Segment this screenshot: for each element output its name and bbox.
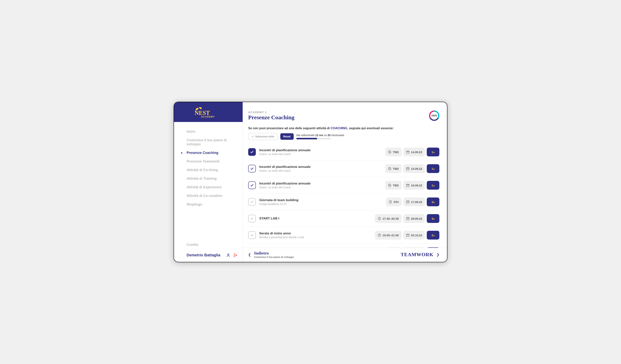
calendar-icon <box>406 184 410 187</box>
page-title: Presenze Coaching <box>248 114 294 121</box>
nav-item-0[interactable]: Inizio <box>174 127 243 136</box>
selection-info: Hai selezionato 12 ore su 20 necessarie <box>296 134 344 139</box>
check-icon <box>250 183 254 187</box>
activity-checkbox[interactable] <box>248 181 256 189</box>
activity-subtitle: Brindisi e presentazione attività e club <box>259 236 372 239</box>
progress-ring: 100% <box>429 110 439 121</box>
back-title: Indietro <box>254 251 294 256</box>
time-badge: TBD <box>385 181 401 190</box>
activity-checkbox[interactable] <box>248 215 256 222</box>
time-badge: 19:00–21:00 <box>375 231 401 240</box>
progress-bar <box>296 138 331 139</box>
activity-row: Serata di inizio annoBrindisi e presenta… <box>248 227 439 243</box>
footer-back[interactable]: ❮ Indietro Costruisci il tuo piano di sv… <box>248 251 294 259</box>
date-badge: 14.09.22 <box>403 148 425 156</box>
activity-title: START LAB I <box>259 217 372 220</box>
check-icon <box>250 150 254 154</box>
duration-badge: 1ʜ <box>427 181 439 190</box>
nav-item-5[interactable]: Attività di Training <box>174 174 243 183</box>
user-bar: Demetrio Battaglia <box>174 249 243 262</box>
svg-line-16 <box>389 184 391 186</box>
logo-box: NEST ACADEMY <box>174 102 243 122</box>
logo-nest-academy: NEST ACADEMY <box>192 105 225 119</box>
check-icon <box>250 200 254 204</box>
select-all-button[interactable]: Seleziona tutto <box>248 133 278 140</box>
credits-link[interactable]: Credits <box>174 241 243 249</box>
activity-row: Incontri di pianificazione annualeOrario… <box>248 160 439 177</box>
next-title: TEAMWORK <box>401 252 433 258</box>
footer-nav: ❮ Indietro Costruisci il tuo piano di sv… <box>243 248 447 262</box>
svg-rect-27 <box>406 218 409 220</box>
svg-rect-17 <box>406 184 409 187</box>
svg-rect-22 <box>406 201 409 203</box>
check-icon <box>250 233 254 237</box>
content-scroll: Se non puoi presenziare ad una delle seg… <box>243 123 447 248</box>
nav-item-3[interactable]: Presenze Teamwork <box>174 157 243 166</box>
no-time-icon <box>388 167 391 170</box>
duration-badge: 3ʜ <box>427 214 439 223</box>
activity-subtitle: Orario: su invito del Coach <box>259 169 382 172</box>
activity-subtitle: Orario: su invito del Coach <box>259 153 382 156</box>
nav-item-7[interactable]: Attività di Co-creation <box>174 191 243 200</box>
app-frame: NEST ACADEMY InizioCostruisci il tuo pia… <box>173 102 448 262</box>
check-icon <box>251 135 254 138</box>
activity-subtitle: Orario: su invito del Coach <box>259 186 382 189</box>
check-icon <box>250 217 254 220</box>
activity-row: Incontri di pianificazione annualeOrario… <box>248 177 439 194</box>
nav-item-4[interactable]: Attività di Co-living <box>174 166 243 174</box>
svg-rect-5 <box>406 151 409 153</box>
duration-badge: 3ʜ <box>427 197 439 206</box>
activity-subtitle: Gruppi Academy 22.23 <box>259 203 382 206</box>
nav-item-1[interactable]: Costruisci il tuo piano di sviluppo <box>174 136 243 149</box>
calendar-icon <box>406 217 410 220</box>
svg-line-4 <box>389 151 391 153</box>
activity-row: Incontri di pianificazione annualeOrario… <box>248 144 439 160</box>
date-badge: 17.09.22 <box>403 197 425 206</box>
activity-title: Giornata di team building <box>259 198 382 202</box>
clock-icon <box>378 217 381 220</box>
time-badge: 24ʜ <box>386 197 401 206</box>
user-name: Demetrio Battaglia <box>187 253 221 257</box>
activity-title: Serata di inizio anno <box>259 231 372 235</box>
time-badge: TBD <box>385 164 401 173</box>
reset-button[interactable]: Reset <box>280 133 294 140</box>
activity-checkbox[interactable] <box>248 231 256 239</box>
intro-text: Se non puoi presenziare ad una delle seg… <box>248 127 439 130</box>
time-badge: 17:30–20:30 <box>375 214 401 223</box>
activity-checkbox[interactable] <box>248 198 256 206</box>
calendar-icon <box>406 200 410 204</box>
main-panel: ACADEMY 1 Presenze Coaching 100% Se non … <box>243 102 447 262</box>
svg-line-10 <box>389 168 391 170</box>
calendar-icon <box>406 167 410 170</box>
footer-next[interactable]: TEAMWORK ❯ <box>401 252 439 258</box>
svg-rect-11 <box>406 168 409 170</box>
header: ACADEMY 1 Presenze Coaching 100% <box>243 102 447 123</box>
duration-badge: 2ʜ <box>427 231 439 240</box>
nav-item-8[interactable]: Riepilogo <box>174 200 243 209</box>
user-icon[interactable] <box>226 253 230 257</box>
duration-badge: 1ʜ <box>427 164 439 173</box>
activity-title: Incontri di pianificazione annuale <box>259 148 382 152</box>
activity-row: START LAB I17:30–20:3028.09.223ʜ <box>248 210 439 227</box>
date-badge: 16.09.22 <box>403 181 425 190</box>
calendar-icon <box>406 150 410 154</box>
activity-checkbox[interactable] <box>248 165 256 173</box>
back-arrow-icon[interactable]: ❮ <box>248 253 251 257</box>
date-badge: 15.09.22 <box>403 164 425 173</box>
activity-row: Coaching-1Orario da concordare24ʜ14.10.2… <box>248 243 439 248</box>
nav-item-2[interactable]: Presenze Coaching <box>174 149 243 157</box>
logout-icon[interactable] <box>233 253 237 257</box>
header-eyebrow: ACADEMY 1 <box>248 110 294 114</box>
clock-icon <box>389 200 392 204</box>
check-icon <box>250 167 254 171</box>
no-time-icon <box>388 150 391 154</box>
svg-text:ACADEMY: ACADEMY <box>201 116 215 118</box>
clock-icon <box>378 233 381 237</box>
nav-list: InizioCostruisci il tuo piano di svilupp… <box>174 122 243 241</box>
no-time-icon <box>388 184 391 187</box>
calendar-icon <box>406 233 410 237</box>
activity-checkbox[interactable] <box>248 148 256 156</box>
activity-list: Incontri di pianificazione annualeOrario… <box>248 144 439 248</box>
next-arrow-icon[interactable]: ❯ <box>436 253 439 257</box>
nav-item-6[interactable]: Attività di Experience <box>174 183 243 191</box>
